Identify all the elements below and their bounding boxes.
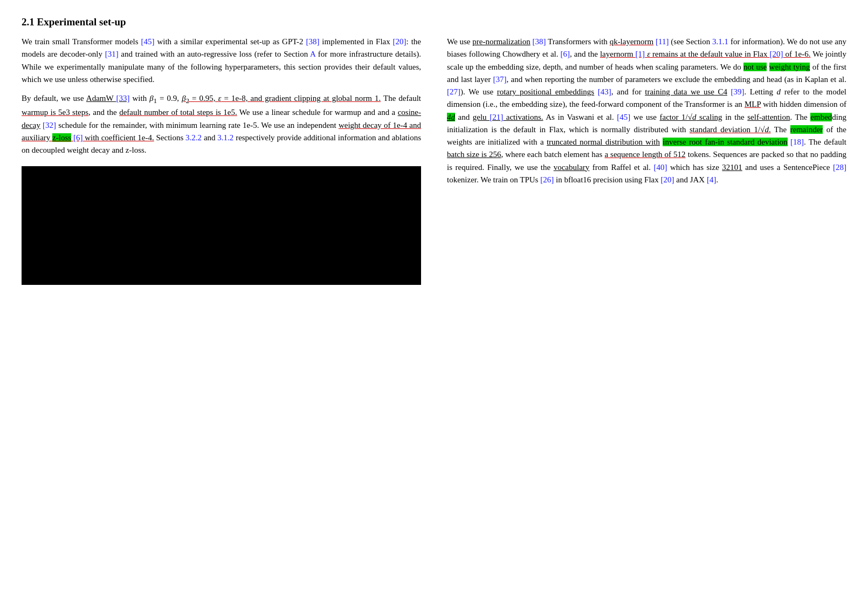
mlp-ref: MLP — [745, 100, 761, 108]
seqlen-ref: a sequence length of 512 — [604, 150, 685, 159]
cite-6: [6] — [561, 50, 570, 58]
cite-39: [39] — [731, 87, 744, 96]
gelu-ref: gelu [21] activations. — [473, 113, 543, 121]
cite-27: [27] — [447, 87, 460, 96]
image-placeholder — [22, 166, 421, 285]
cite-38b: [38] — [533, 37, 546, 46]
qklayernorm-ref: qk-layernorm — [610, 37, 654, 46]
rotary-ref: rotary positional embeddings — [497, 87, 595, 96]
cite-26: [26] — [540, 175, 554, 184]
stddev-ref: standard deviation 1/√d. — [690, 125, 771, 134]
cite-20b: [20] — [661, 175, 674, 184]
left-column: We train small Transformer models [45] w… — [22, 36, 421, 285]
training-data-ref: training data we use C4 — [645, 87, 727, 96]
truncated-ref: truncated normal distribution with — [547, 138, 660, 146]
cite-40: [40] — [653, 163, 667, 172]
cite-32: [32] — [43, 121, 56, 129]
left-para-1: We train small Transformer models [45] w… — [22, 36, 421, 86]
hyperparams-ref: β2 = 0.95, ε = 1e-8, and gradient clippi… — [182, 94, 381, 103]
cite-18: [18] — [790, 138, 804, 146]
remainder-highlight: remainder — [790, 125, 823, 134]
selfattn-ref: self-attention — [747, 113, 790, 121]
layernorm-ref: layernorm [1] ε remains at the default v… — [600, 50, 811, 58]
section-ref-322: 3.2.2 — [185, 133, 202, 142]
cite-45b: [45] — [617, 113, 630, 121]
fourd-highlight: 4d — [447, 113, 455, 121]
embed-highlight: embed — [810, 113, 832, 121]
zloss-highlight: z-loss — [52, 133, 71, 142]
right-para-1: We use pre-normalization [38] Transforme… — [447, 36, 846, 186]
warmup-ref: warmup is 5e3 steps — [22, 108, 88, 117]
notuse-highlight: not use — [743, 63, 767, 71]
cite-43: [43] — [598, 87, 611, 96]
section-ref-311: 3.1.1 — [712, 37, 728, 46]
section-ref-A: A — [310, 50, 315, 58]
cite-20: [20] — [393, 37, 407, 46]
cite-45: [45] — [141, 37, 155, 46]
left-para-2: By default, we use AdamW [33] with β1 = … — [22, 92, 421, 156]
section-ref-312: 3.1.2 — [217, 133, 233, 142]
cite-11: [11] — [656, 37, 669, 46]
factor-ref: factor 1/√d scaling — [660, 113, 722, 121]
two-column-layout: We train small Transformer models [45] w… — [22, 36, 846, 285]
vocab-size: 32101 — [722, 163, 742, 172]
cite-31: [31] — [105, 50, 119, 58]
cite-37: [37] — [493, 75, 507, 84]
vocab-ref: vocabulary — [554, 163, 590, 172]
section-title: 2.1 Experimental set-up — [22, 16, 846, 28]
cite-28: [28] — [833, 163, 846, 172]
cite-38: [38] — [306, 37, 319, 46]
adamw-ref: AdamW [33] — [86, 94, 130, 103]
inversefan-highlight: inverse root fan-in standard deviation — [663, 138, 787, 146]
batchsize-ref: batch size is 256 — [447, 150, 501, 159]
total-steps-ref: default number of total steps is 1e5. — [119, 108, 237, 117]
weighttying-highlight: weight tying — [769, 63, 810, 71]
prenorm-ref: pre-normalization — [472, 37, 530, 46]
right-column: We use pre-normalization [38] Transforme… — [447, 36, 846, 193]
cite-4: [4] — [707, 175, 717, 184]
